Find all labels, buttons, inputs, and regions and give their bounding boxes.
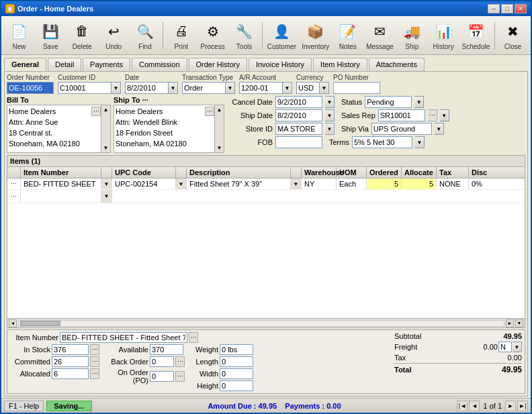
cancel-date-dropdown[interactable]: ▼ <box>325 96 335 108</box>
allocated-input[interactable] <box>52 368 89 379</box>
on-order-btn[interactable]: ⋯ <box>175 371 185 382</box>
bill-to-edit-button[interactable]: ⋯ <box>91 107 101 116</box>
toolbar-tools-button[interactable]: 🔧 Tools <box>229 18 259 53</box>
bill-to-scroll-down[interactable]: ▼ <box>101 145 110 151</box>
status-help[interactable]: F1 - Help <box>4 401 44 411</box>
status-dropdown[interactable]: ▼ <box>414 96 424 108</box>
toolbar-inventory-button[interactable]: 📦 Inventory <box>300 18 331 53</box>
in-stock-input[interactable] <box>52 344 89 355</box>
allocated-btn[interactable]: ⋯ <box>90 368 99 379</box>
order-number-input[interactable] <box>7 82 54 94</box>
maximize-button[interactable]: □ <box>501 4 513 13</box>
ship-via-dropdown[interactable]: ▼ <box>435 123 444 135</box>
sales-rep-dropdown[interactable]: ▼ <box>440 109 449 121</box>
toolbar-process-button[interactable]: ⚙ Process <box>197 18 228 53</box>
available-row: Available <box>105 344 185 355</box>
ship-via-input[interactable] <box>371 123 432 135</box>
toolbar-undo-button[interactable]: ↩ Undo <box>99 18 129 53</box>
width-input[interactable] <box>220 368 253 379</box>
row2-item-number <box>21 190 101 203</box>
currency-input[interactable] <box>296 82 320 94</box>
nav-first-button[interactable]: |◄ <box>457 401 468 411</box>
fob-input[interactable] <box>275 136 322 148</box>
sales-rep-button[interactable]: ⋯ <box>428 109 437 121</box>
tab-detail[interactable]: Detail <box>48 58 81 71</box>
back-order-input[interactable] <box>150 356 174 367</box>
on-order-input[interactable] <box>150 371 174 382</box>
in-stock-btn[interactable]: ⋯ <box>90 344 99 355</box>
ar-account-dropdown[interactable]: ▼ <box>283 82 292 94</box>
cancel-date-input[interactable] <box>275 96 322 108</box>
ship-to-edit-button[interactable]: ⋯ <box>205 107 214 116</box>
toolbar-delete-button[interactable]: 🗑 Delete <box>67 18 97 53</box>
toolbar-close-button[interactable]: ✖ Close <box>498 18 528 53</box>
customer-id-input[interactable] <box>58 82 112 94</box>
transaction-type-input[interactable] <box>182 82 226 94</box>
nav-last-button[interactable]: ►| <box>517 401 528 411</box>
toolbar-history-button[interactable]: 📊 History <box>429 18 459 53</box>
store-id-input[interactable] <box>275 123 322 135</box>
date-input[interactable] <box>125 82 169 94</box>
committed-input[interactable] <box>52 356 89 367</box>
freight-dropdown[interactable]: ▼ <box>513 342 522 352</box>
close-button[interactable]: ✕ <box>515 4 527 13</box>
height-input[interactable] <box>220 380 253 391</box>
ship-to-scroll-up[interactable]: ▲ <box>215 107 224 113</box>
po-number-input[interactable] <box>333 82 380 94</box>
hscroll-left[interactable]: ◄ <box>9 319 17 327</box>
bottom-item-number-btn[interactable]: ⋯ <box>189 332 198 343</box>
row-expand-btn[interactable]: ⋯ <box>7 178 21 189</box>
tab-commission[interactable]: Commission <box>132 58 187 71</box>
tab-item-history[interactable]: Item History <box>313 58 367 71</box>
ship-date-input[interactable] <box>275 109 322 121</box>
row-upc-dropdown[interactable]: ▼ <box>176 178 187 189</box>
available-input[interactable] <box>150 344 183 355</box>
customer-id-input-row: ▼ <box>58 82 121 94</box>
bill-to-label: Bill To <box>7 96 29 104</box>
bill-to-scroll-up[interactable]: ▲ <box>101 107 110 113</box>
toolbar-ship-button[interactable]: 🚚 Ship <box>397 18 427 53</box>
committed-btn[interactable]: ⋯ <box>90 356 99 367</box>
cancel-date-row: Cancel Date ▼ Status ▼ <box>227 96 525 108</box>
nav-next-button[interactable]: ► <box>505 401 516 411</box>
minimize-button[interactable]: ─ <box>488 4 500 13</box>
hscroll-right[interactable]: ► <box>506 319 514 327</box>
back-order-btn[interactable]: ⋯ <box>175 356 185 367</box>
toolbar-schedule-button[interactable]: 📅 Schedule <box>460 18 492 53</box>
row-item-dropdown[interactable]: ▼ <box>101 178 112 189</box>
row2-expand-btn[interactable]: ⋯ <box>7 190 21 203</box>
toolbar-message-button[interactable]: ✉ Message <box>364 18 396 53</box>
tab-invoice-history[interactable]: Invoice History <box>249 58 312 71</box>
sales-rep-input[interactable] <box>378 109 425 121</box>
length-input[interactable] <box>220 356 253 367</box>
transaction-type-dropdown[interactable]: ▼ <box>226 82 235 94</box>
toolbar-save-button[interactable]: 💾 Save <box>36 18 66 53</box>
ar-account-input[interactable] <box>239 82 283 94</box>
terms-input[interactable] <box>352 136 412 148</box>
toolbar-new-button[interactable]: 📄 New <box>4 18 34 53</box>
tab-payments[interactable]: Payments <box>83 58 130 71</box>
currency-dropdown[interactable]: ▼ <box>320 82 329 94</box>
terms-dropdown[interactable]: ▼ <box>415 136 425 148</box>
date-dropdown[interactable]: ▼ <box>169 82 178 94</box>
store-id-dropdown[interactable]: ▼ <box>325 123 335 135</box>
tab-order-history[interactable]: Order History <box>189 58 247 71</box>
toolbar-print-button[interactable]: 🖨 Print <box>166 18 196 53</box>
tab-general[interactable]: General <box>4 58 46 71</box>
row-desc-dropdown[interactable]: ▼ <box>291 178 302 189</box>
toolbar-customer-button[interactable]: 👤 Customer <box>265 18 298 53</box>
customer-id-dropdown[interactable]: ▼ <box>112 82 121 94</box>
weight-input[interactable] <box>220 344 253 355</box>
grid-vscroll-down[interactable]: ▼ <box>515 319 523 327</box>
status-input[interactable] <box>365 96 412 108</box>
hscroll-thumb[interactable] <box>20 321 60 326</box>
nav-prev-button[interactable]: ◄ <box>469 401 480 411</box>
row2-item-dropdown[interactable]: ▼ <box>101 190 112 203</box>
toolbar-notes-button[interactable]: 📝 Notes <box>332 18 363 53</box>
toolbar-find-button[interactable]: 🔍 Find <box>130 18 161 53</box>
ship-date-dropdown[interactable]: ▼ <box>325 109 335 121</box>
tab-attachments[interactable]: Attachments <box>369 58 425 71</box>
bottom-item-number-input[interactable] <box>60 332 187 343</box>
freight-code-input[interactable] <box>498 342 512 352</box>
ship-to-scroll-down[interactable]: ▼ <box>215 145 224 151</box>
